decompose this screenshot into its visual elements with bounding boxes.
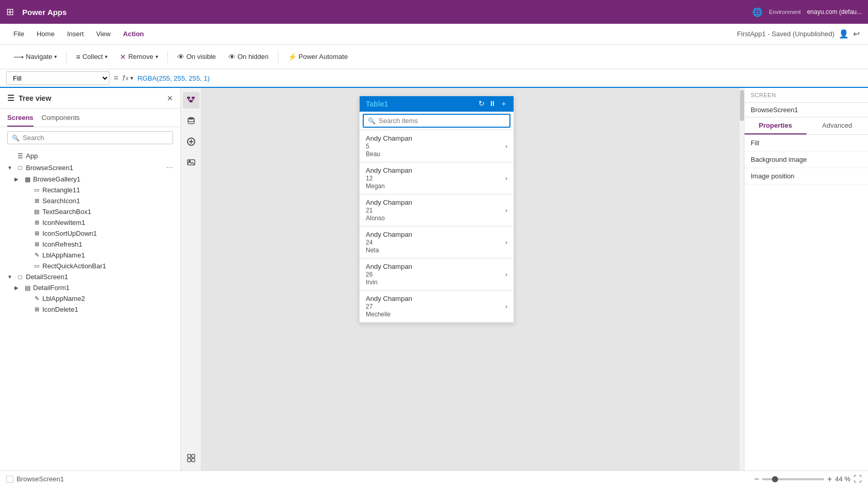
vertical-scrollbar[interactable] [739,88,744,470]
tree-item-searchicon1[interactable]: ⊞ SearchIcon1 [0,195,180,206]
detailform1-expand-icon[interactable]: ▶ [14,285,22,291]
list-item-3-name: Andy Champan [366,231,505,238]
tree-item-detailscreen1[interactable]: ▼ □ DetailScreen1 [0,271,180,282]
remove-icon: ✕ [120,53,126,61]
app-search-icon: 🔍 [368,117,376,125]
pause-icon[interactable]: ⏸ [489,99,496,109]
refresh-icon[interactable]: ↻ [478,99,485,109]
app-search-box[interactable]: 🔍 [363,114,510,128]
list-item-3[interactable]: Andy Champan 24 Neta › [360,226,514,258]
list-item-0-arrow: › [505,143,507,150]
list-item-0[interactable]: Andy Champan 5 Beau › [360,130,514,162]
top-bar: ⊞ Power Apps 🌐 Environment enayu.com (de… [0,0,868,24]
tree-item-detailform1[interactable]: ▶ ▤ DetailForm1 [0,282,180,293]
power-automate-button[interactable]: ⚡ Power Automate [283,51,353,63]
tree-item-browsescreen1[interactable]: ▼ □ BrowseScreen1 ··· [0,161,180,174]
zoom-slider[interactable] [762,478,824,480]
plus-icon[interactable]: ＋ [500,99,507,109]
main-layout: ☰ Tree view ✕ Screens Components 🔍 ☰ App [0,88,868,470]
iconbar-tree-button[interactable] [183,92,199,109]
navigate-button[interactable]: ⟶ Navigate ▾ [8,51,62,63]
search-input[interactable] [23,134,168,142]
iconbar-media-button[interactable] [183,154,199,171]
browsegallery1-expand-icon[interactable]: ▶ [14,176,22,182]
fullscreen-icon[interactable]: ⛶ [854,475,862,484]
undo-icon[interactable]: ↩ [853,29,860,39]
lblappname2-label: LblAppName2 [42,295,173,302]
rectangle11-label: Rectangle11 [42,186,173,194]
menu-action[interactable]: Action [118,28,149,40]
screen-checkbox[interactable] [6,476,13,483]
browsescreen1-label: BrowseScreen1 [26,164,164,172]
browsescreen1-expand-icon[interactable]: ▼ [7,165,14,171]
list-item-2-arrow: › [505,207,507,214]
list-item-5-sub: Mechelle [366,311,505,318]
zoom-plus-button[interactable]: + [827,475,832,484]
sidebar-hamburger-icon[interactable]: ☰ [7,93,14,103]
menu-insert[interactable]: Insert [62,28,89,40]
on-hidden-button[interactable]: 👁 On hidden [223,51,274,63]
tree-item-lblappname1[interactable]: ✎ LblAppName1 [0,250,180,261]
zoom-minus-button[interactable]: − [754,475,759,484]
tab-screens[interactable]: Screens [7,112,34,127]
tree-item-lblappname2[interactable]: ✎ LblAppName2 [0,293,180,304]
iconbar-data-button[interactable] [183,113,199,129]
svg-rect-15 [192,459,195,462]
list-item-3-num: 24 [366,239,505,246]
formula-value[interactable]: RGBA(255, 255, 255, 1) [137,74,862,82]
menu-view[interactable]: View [91,28,116,40]
collect-button[interactable]: ≡ Collect ▾ [71,51,113,63]
on-visible-icon: 👁 [177,53,184,61]
tree-item-textsearchbox1[interactable]: ▤ TextSearchBox1 [0,206,180,217]
environment-label: Environment [769,9,801,15]
app-title: Power Apps [22,8,67,17]
environment-name[interactable]: enayu.com (defau... [807,8,862,16]
canvas-area: Table1 ↻ ⏸ ＋ 🔍 Andy Champan [202,88,744,470]
app-search-input[interactable] [379,117,505,125]
list-item-2[interactable]: Andy Champan 21 Alonso › [360,194,514,226]
on-visible-button[interactable]: 👁 On visible [172,51,221,63]
formula-field-dropdown[interactable]: Fill [6,71,110,85]
sidebar-title: Tree view [19,94,51,102]
right-panel-tab-properties[interactable]: Properties [745,117,807,134]
iconrefresh1-label: IconRefresh1 [42,240,173,248]
detailscreen1-icon: □ [17,273,24,281]
tab-components[interactable]: Components [42,112,80,127]
list-item-1[interactable]: Andy Champan 12 Megan › [360,162,514,194]
svg-rect-0 [187,97,190,99]
iconbar-add-button[interactable] [183,133,199,150]
tree-item-browsegallery1[interactable]: ▶ ▦ BrowseGallery1 [0,174,180,185]
user-icon[interactable]: 👤 [839,29,849,39]
detailscreen1-expand-icon[interactable]: ▼ [7,274,14,280]
detailscreen1-label: DetailScreen1 [26,273,173,281]
right-panel-prop-background-image[interactable]: Background image [745,151,868,168]
lblappname2-icon: ✎ [33,295,40,302]
bottom-bar-left: BrowseScreen1 [6,475,64,483]
list-item-4[interactable]: Andy Champan 26 Irvin › [360,258,514,291]
tree-item-iconnewitem1[interactable]: ⊞ IconNewItem1 [0,217,180,228]
right-panel-prop-image-position[interactable]: Image position [745,168,868,185]
tree-item-app[interactable]: ☰ App [0,150,180,161]
menu-file[interactable]: File [8,28,29,40]
tree-item-rectangle11[interactable]: ▭ Rectangle11 [0,185,180,195]
menu-home[interactable]: Home [32,28,60,40]
right-panel-tab-advanced[interactable]: Advanced [807,117,869,134]
svg-rect-14 [188,459,191,462]
browsescreen1-more-icon[interactable]: ··· [166,163,173,172]
remove-button[interactable]: ✕ Remove ▾ [115,51,163,63]
icondelete1-icon: ⊞ [33,306,40,313]
tree-item-icondelete1[interactable]: ⊞ IconDelete1 [0,304,180,315]
sidebar-close-icon[interactable]: ✕ [167,94,173,102]
navigate-chevron-icon: ▾ [54,54,57,59]
iconsortupdown1-icon: ⊞ [33,230,40,237]
list-item-5[interactable]: Andy Champan 27 Mechelle › [360,291,514,323]
tree-item-iconrefresh1[interactable]: ⊞ IconRefresh1 [0,239,180,250]
environment-icon: 🌐 [752,7,763,17]
iconbar-components-button[interactable] [183,450,199,466]
tree-item-rectquickactionbar1[interactable]: ▭ RectQuickActionBar1 [0,261,180,271]
right-panel-screen-name: BrowseScreen1 [745,103,868,117]
apps-grid-icon[interactable]: ⊞ [6,6,14,18]
scroll-thumb [740,90,744,121]
tree-item-iconsortupdown1[interactable]: ⊞ IconSortUpDown1 [0,228,180,239]
right-panel-prop-fill[interactable]: Fill [745,135,868,151]
